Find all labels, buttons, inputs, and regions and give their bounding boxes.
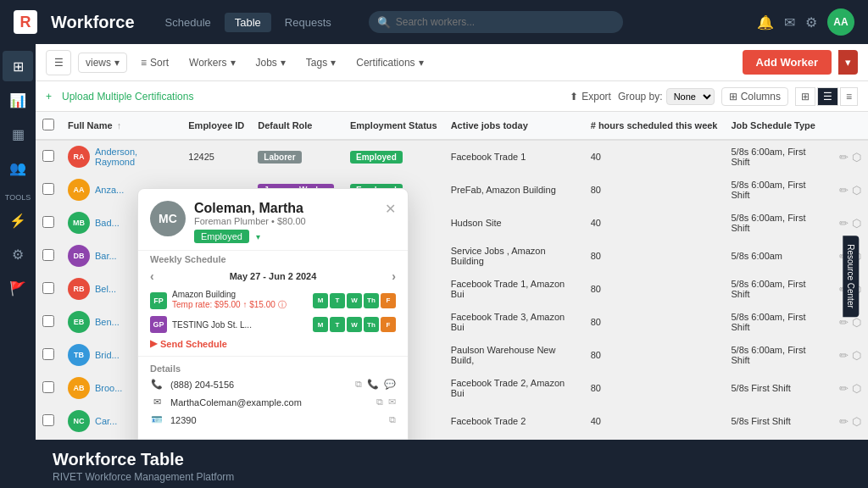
export-label: Export (581, 91, 611, 103)
popup-close-button[interactable]: ✕ (385, 201, 396, 217)
tags-label: Tags (306, 57, 327, 69)
call-button[interactable]: 📞 (367, 379, 379, 390)
open-row-button[interactable]: ⬡ (852, 316, 861, 329)
grid-view-icon[interactable]: ⊞ (795, 87, 815, 106)
day-Th2: Th (364, 317, 379, 332)
row-checkbox[interactable] (42, 348, 54, 360)
worker-name-link[interactable]: Bad... (95, 218, 120, 228)
email-actions: ⧉ ✉ (376, 396, 396, 408)
email-row: ✉ MarthaColeman@example.com ⧉ ✉ (150, 396, 396, 408)
sidebar-icon-flag[interactable]: 🚩 (3, 273, 33, 303)
row-checkbox[interactable] (42, 183, 54, 195)
edit-row-button[interactable]: ✏ (839, 184, 849, 197)
tags-filter-button[interactable]: Tags ▾ (299, 53, 342, 72)
row-checkbox[interactable] (42, 381, 54, 393)
worker-name-link[interactable]: Car... (95, 416, 117, 426)
worker-name-link[interactable]: Anza... (95, 185, 124, 195)
open-row-button[interactable]: ⬡ (852, 415, 861, 428)
worker-avatar: EB (68, 311, 90, 333)
popup-details-section: Details 📞 (888) 204-5156 ⧉ 📞 💬 ✉ MarthaC… (138, 356, 408, 439)
open-row-button[interactable]: ⬡ (852, 349, 861, 362)
row-checkbox[interactable] (42, 150, 54, 162)
nav-table[interactable]: Table (225, 13, 271, 32)
add-worker-button[interactable]: Add Worker (743, 50, 832, 75)
row-actions-cell: ✏ ⬡ (832, 438, 868, 441)
copy-phone-button[interactable]: ⧉ (355, 379, 362, 390)
sidebar-icon-table[interactable]: ▦ (3, 119, 33, 149)
worker-name-link[interactable]: Bar... (95, 251, 117, 261)
day-Th: Th (364, 293, 379, 308)
send-email-button[interactable]: ✉ (388, 396, 396, 408)
edit-row-button[interactable]: ✏ (839, 415, 849, 428)
week-range-label: May 27 - Jun 2 2024 (230, 271, 317, 281)
nav-requests[interactable]: Requests (275, 13, 342, 32)
phone-value: (888) 204-5156 (170, 380, 348, 390)
export-button[interactable]: ⬆ Export (570, 91, 611, 103)
certifications-filter-button[interactable]: Certifications ▾ (349, 53, 430, 72)
open-row-button[interactable]: ⬡ (852, 151, 861, 164)
row-actions: ✏ ⬡ (839, 349, 861, 362)
jobs-filter-button[interactable]: Jobs ▾ (249, 53, 292, 72)
row-checkbox[interactable] (42, 249, 54, 261)
edit-row-button[interactable]: ✏ (839, 316, 849, 329)
row-actions-cell: ✏ ⬡ (832, 339, 868, 372)
gear-icon[interactable]: ⚙ (805, 14, 817, 30)
row-checkbox[interactable] (42, 216, 54, 228)
worker-name-link[interactable]: Ben... (95, 317, 120, 327)
popup-status-button[interactable]: Employed (194, 230, 249, 243)
copy-id-button[interactable]: ⧉ (389, 414, 396, 425)
day-M2: M (313, 317, 328, 332)
next-week-button[interactable]: › (392, 269, 396, 283)
hours-cell: 80 (584, 306, 725, 339)
open-row-button[interactable]: ⬡ (852, 382, 861, 395)
copy-email-button[interactable]: ⧉ (376, 396, 383, 408)
worker-name-link[interactable]: Brid... (95, 350, 120, 360)
table-view-icon[interactable]: ☰ (817, 87, 838, 106)
row-actions-cell: ✏ ⬡ (832, 207, 868, 240)
worker-name-link[interactable]: Anderson, Raymond (95, 147, 175, 167)
sidebar-icon-users[interactable]: 👥 (3, 152, 33, 183)
sidebar-icon-lightning[interactable]: ⚡ (3, 205, 33, 236)
popup-status-chevron[interactable]: ▾ (256, 232, 260, 241)
row-actions: ✏ ⬡ (839, 316, 861, 329)
resource-center-button[interactable]: Resource Center (843, 236, 860, 317)
fp-schedule-info: Amazon Building Temp rate: $95.00 ↑ $15.… (172, 290, 308, 311)
views-button[interactable]: views ▾ (78, 53, 127, 73)
prev-week-button[interactable]: ‹ (150, 269, 154, 283)
select-all-checkbox[interactable] (42, 119, 54, 130)
edit-row-button[interactable]: ✏ (839, 349, 849, 362)
send-schedule-label: Send Schedule (160, 339, 227, 349)
add-worker-dropdown-button[interactable]: ▾ (838, 50, 858, 75)
sort-button[interactable]: ≡ Sort (134, 53, 175, 72)
edit-row-button[interactable]: ✏ (839, 382, 849, 395)
row-checkbox[interactable] (42, 414, 54, 426)
bell-icon[interactable]: 🔔 (757, 14, 774, 30)
day-T2: T (330, 317, 345, 332)
upload-certifications-link[interactable]: Upload Multiple Certifications (62, 91, 193, 103)
main-layout: ⊞ 📊 ▦ 👥 TOOLS ⚡ ⚙ 🚩 ☰ views ▾ ≡ Sort Wor… (0, 44, 868, 488)
open-row-button[interactable]: ⬡ (852, 217, 861, 230)
search-input[interactable] (369, 11, 623, 33)
send-schedule-button[interactable]: ▶ Send Schedule (150, 338, 396, 349)
envelope-icon[interactable]: ✉ (784, 14, 795, 30)
row-checkbox[interactable] (42, 315, 54, 327)
nav-schedule[interactable]: Schedule (155, 13, 221, 32)
hours-cell: 80 (584, 273, 725, 306)
open-row-button[interactable]: ⬡ (852, 184, 861, 197)
sidebar-icon-chart[interactable]: 📊 (3, 85, 33, 115)
workers-filter-button[interactable]: Workers ▾ (182, 53, 242, 72)
sidebar-icon-settings[interactable]: ⚙ (3, 239, 33, 269)
sidebar-icon-grid[interactable]: ⊞ (3, 51, 33, 81)
worker-name-link[interactable]: Broo... (95, 383, 122, 393)
columns-button[interactable]: ⊞ Columns (721, 87, 788, 106)
avatar[interactable]: AA (827, 8, 854, 36)
worker-name-link[interactable]: Bel... (95, 284, 116, 294)
message-button[interactable]: 💬 (384, 379, 396, 390)
toolbar-menu-icon[interactable]: ☰ (46, 50, 71, 75)
edit-row-button[interactable]: ✏ (839, 217, 849, 230)
edit-row-button[interactable]: ✏ (839, 151, 849, 164)
hours-cell: 40 (584, 140, 725, 174)
row-checkbox[interactable] (42, 282, 54, 294)
group-by-select[interactable]: None (666, 88, 715, 105)
list-view-icon[interactable]: ≡ (840, 87, 858, 106)
